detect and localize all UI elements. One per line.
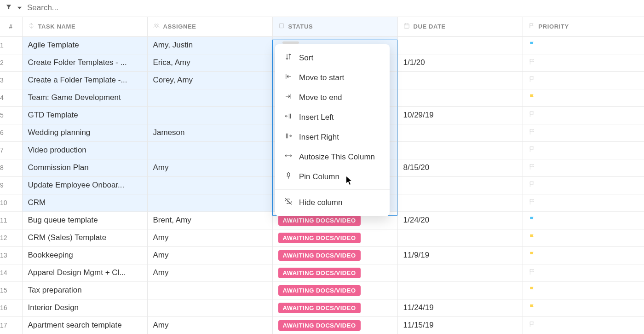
priority-cell[interactable] — [523, 124, 644, 141]
priority-cell[interactable] — [523, 194, 644, 211]
priority-flag-icon[interactable] — [529, 217, 536, 225]
priority-cell[interactable] — [523, 264, 644, 281]
assignee-cell[interactable]: Amy — [147, 246, 272, 264]
assignee-cell[interactable]: Amy, Justin — [147, 36, 272, 54]
assignee-cell[interactable] — [147, 106, 272, 124]
due-date-cell[interactable] — [397, 281, 523, 299]
priority-flag-icon[interactable] — [529, 199, 536, 208]
task-name-cell[interactable]: Commission Plan — [22, 159, 147, 176]
column-number[interactable]: # — [0, 17, 22, 36]
priority-cell[interactable] — [523, 176, 644, 194]
task-name-cell[interactable]: GTD Template — [22, 106, 147, 124]
due-date-cell[interactable] — [397, 89, 523, 106]
priority-flag-icon[interactable] — [529, 76, 536, 85]
due-date-cell[interactable] — [397, 71, 523, 89]
status-cell[interactable]: AWAITING DOCS/VIDEO — [272, 264, 397, 281]
due-date-cell[interactable]: 1/24/20 — [397, 211, 523, 229]
priority-flag-icon[interactable] — [529, 269, 536, 278]
due-date-cell[interactable]: 8/15/20 — [397, 159, 523, 176]
table-row[interactable]: 14Apparel Design Mgmt + Cl...AmyAWAITING… — [0, 264, 644, 281]
assignee-cell[interactable]: Amy — [147, 316, 272, 334]
assignee-cell[interactable] — [147, 281, 272, 299]
column-priority[interactable]: PRIORITY — [523, 17, 644, 36]
column-assignee[interactable]: ASSIGNEE — [147, 17, 272, 36]
status-badge[interactable]: AWAITING DOCS/VIDEO — [278, 285, 361, 296]
priority-cell[interactable] — [523, 89, 644, 106]
due-date-cell[interactable]: 11/15/19 — [397, 316, 523, 334]
task-name-cell[interactable]: Apartment search template — [22, 316, 147, 334]
search-input[interactable] — [27, 3, 638, 12]
priority-flag-icon[interactable] — [529, 287, 536, 295]
priority-cell[interactable] — [523, 281, 644, 299]
task-name-cell[interactable]: Bookkeeping — [22, 246, 147, 264]
menu-insert-right[interactable]: Insert Right — [275, 127, 390, 147]
assignee-cell[interactable] — [147, 176, 272, 194]
priority-flag-icon[interactable] — [529, 59, 536, 68]
due-date-cell[interactable] — [397, 141, 523, 159]
priority-cell[interactable] — [523, 36, 644, 54]
assignee-cell[interactable] — [147, 89, 272, 106]
menu-move-to-end[interactable]: Move to end — [275, 88, 390, 107]
priority-cell[interactable] — [523, 316, 644, 334]
task-name-cell[interactable]: Update Employee Onboar... — [22, 176, 147, 194]
due-date-cell[interactable]: 11/9/19 — [397, 246, 523, 264]
task-name-cell[interactable]: Create Folder Templates - ... — [22, 54, 147, 71]
table-row[interactable]: 12CRM (Sales) TemplateAmyAWAITING DOCS/V… — [0, 229, 644, 246]
assignee-cell[interactable] — [147, 141, 272, 159]
menu-hide-column[interactable]: Hide column — [275, 193, 390, 212]
due-date-cell[interactable]: 1/1/20 — [397, 54, 523, 71]
menu-pin-column[interactable]: Pin Column — [275, 167, 390, 187]
table-row[interactable]: 16Interior DesignAWAITING DOCS/VIDEO11/2… — [0, 299, 644, 316]
status-badge[interactable]: AWAITING DOCS/VIDEO — [278, 268, 361, 278]
priority-flag-icon[interactable] — [529, 252, 536, 260]
menu-autosize-column[interactable]: Autosize This Column — [275, 147, 390, 167]
priority-flag-icon[interactable] — [529, 146, 536, 155]
priority-cell[interactable] — [523, 54, 644, 71]
priority-flag-icon[interactable] — [529, 182, 536, 190]
table-row[interactable]: 15Tax preparationAWAITING DOCS/VIDEO — [0, 281, 644, 299]
priority-flag-icon[interactable] — [529, 322, 536, 330]
assignee-cell[interactable] — [147, 194, 272, 211]
due-date-cell[interactable] — [397, 124, 523, 141]
assignee-cell[interactable]: Amy — [147, 264, 272, 281]
priority-cell[interactable] — [523, 106, 644, 124]
due-date-cell[interactable]: 10/29/19 — [397, 106, 523, 124]
status-badge[interactable]: AWAITING DOCS/VIDEO — [278, 320, 361, 331]
status-badge[interactable]: AWAITING DOCS/VIDEO — [278, 233, 361, 243]
due-date-cell[interactable] — [397, 264, 523, 281]
task-name-cell[interactable]: Wedding planning — [22, 124, 147, 141]
priority-cell[interactable] — [523, 211, 644, 229]
task-name-cell[interactable]: Team: Game Development — [22, 89, 147, 106]
menu-sort[interactable]: Sort — [275, 48, 390, 68]
assignee-cell[interactable]: Amy — [147, 159, 272, 176]
assignee-cell[interactable]: Erica, Amy — [147, 54, 272, 71]
priority-cell[interactable] — [523, 159, 644, 176]
column-status[interactable]: STATUS — [272, 17, 397, 36]
due-date-cell[interactable] — [397, 36, 523, 54]
priority-flag-icon[interactable] — [529, 41, 536, 50]
due-date-cell[interactable] — [397, 176, 523, 194]
priority-flag-icon[interactable] — [529, 129, 536, 138]
table-row[interactable]: 13BookkeepingAmyAWAITING DOCS/VIDEO11/9/… — [0, 246, 644, 264]
priority-cell[interactable] — [523, 71, 644, 89]
priority-cell[interactable] — [523, 299, 644, 316]
status-cell[interactable]: AWAITING DOCS/VIDEO — [272, 316, 397, 334]
status-badge[interactable]: AWAITING DOCS/VIDEO — [278, 250, 361, 261]
priority-cell[interactable] — [523, 229, 644, 246]
task-name-cell[interactable]: CRM — [22, 194, 147, 211]
column-due-date[interactable]: DUE DATE — [397, 17, 523, 36]
task-name-cell[interactable]: Create a Folder Template -... — [22, 71, 147, 89]
status-cell[interactable]: AWAITING DOCS/VIDEO — [272, 281, 397, 299]
task-name-cell[interactable]: Agile Template — [22, 36, 147, 54]
task-name-cell[interactable]: Tax preparation — [22, 281, 147, 299]
due-date-cell[interactable] — [397, 194, 523, 211]
priority-flag-icon[interactable] — [529, 94, 536, 103]
task-name-cell[interactable]: CRM (Sales) Template — [22, 229, 147, 246]
filter-icon[interactable] — [6, 4, 12, 12]
menu-move-to-start[interactable]: Move to start — [275, 68, 390, 88]
column-task-name[interactable]: TASK NAME — [22, 17, 147, 36]
assignee-cell[interactable]: Corey, Amy — [147, 71, 272, 89]
assignee-cell[interactable]: Jameson — [147, 124, 272, 141]
priority-flag-icon[interactable] — [529, 164, 536, 173]
priority-flag-icon[interactable] — [529, 111, 536, 120]
